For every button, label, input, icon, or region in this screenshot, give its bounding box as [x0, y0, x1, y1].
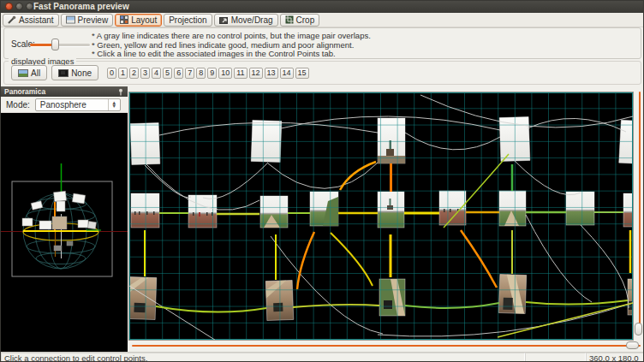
statusbar-spacer — [525, 353, 586, 362]
mode-value: Panosphere — [40, 100, 86, 110]
image-toggle-button-4[interactable]: 4 — [152, 68, 161, 79]
statusbar-message: Click a connection to edit control point… — [1, 353, 525, 362]
statusbar-pano-size: 360.0 x 180.0 — [586, 353, 644, 362]
overview-panel-header[interactable]: Panoramica — [1, 86, 128, 97]
mode-label: Mode: — [6, 100, 30, 110]
none-button[interactable]: None — [51, 65, 98, 80]
image-toggle-button-0[interactable]: 0 — [107, 68, 116, 79]
assistant-icon — [8, 15, 16, 24]
window-title: Fast Panorama preview — [33, 2, 129, 11]
hint-line: * A gray line indicates there are no con… — [92, 32, 371, 41]
pitch-slider[interactable] — [633, 86, 644, 340]
tab-projection[interactable]: Projection — [164, 14, 212, 27]
scale-slider-thumb[interactable] — [51, 39, 59, 50]
image-toggle-button-12[interactable]: 12 — [249, 68, 263, 79]
tab-label: Crop — [296, 15, 315, 25]
statusbar-pano-size-text: 360.0 x 180.0 — [589, 353, 639, 362]
pin-icon[interactable] — [117, 88, 124, 96]
hint-text: * A gray line indicates there are no con… — [92, 32, 371, 59]
image-toggle-button-9[interactable]: 9 — [207, 68, 217, 79]
mode-toolbar: Assistant Preview Layout Projection Move… — [1, 13, 643, 27]
none-button-label: None — [71, 68, 92, 78]
image-toggle-button-8[interactable]: 8 — [196, 68, 206, 79]
displayed-images-group: displayed images All None 01234567891011… — [3, 61, 641, 85]
window-close-button[interactable] — [5, 3, 13, 10]
fast-panorama-preview-window: Fast Panorama preview Assistant Preview … — [0, 0, 644, 362]
crop-icon — [285, 15, 294, 24]
pitch-slider-track — [639, 92, 641, 335]
tab-label: Layout — [131, 15, 157, 25]
image-toggle-button-2[interactable]: 2 — [129, 68, 139, 79]
combo-spinner-icon[interactable]: ▲▼ — [108, 99, 120, 110]
scale-help-box: Scale: * A gray line indicates there are… — [3, 27, 641, 59]
no-images-icon — [58, 69, 69, 77]
tab-preview[interactable]: Preview — [61, 14, 114, 27]
statusbar: Click a connection to edit control point… — [1, 352, 644, 362]
yaw-slider-thumb[interactable] — [626, 341, 639, 349]
overview-panel: Panoramica Mode: Panosphere ▲▼ — [1, 86, 128, 352]
tab-label: Projection — [169, 15, 206, 25]
image-toggle-button-7[interactable]: 7 — [185, 68, 194, 79]
displayed-images-row: All None 0123456789101112131415 — [11, 65, 309, 80]
tab-label: Move/Drag — [231, 15, 273, 25]
mode-select[interactable]: Panosphere ▲▼ — [35, 98, 121, 111]
pitch-slider-thumb[interactable] — [635, 323, 642, 335]
preview-icon — [66, 15, 75, 24]
image-toggle-button-10[interactable]: 10 — [218, 68, 232, 79]
scale-slider[interactable] — [30, 44, 90, 46]
tab-label: Assistant — [19, 15, 54, 25]
layout-drawing — [129, 92, 633, 340]
all-button-label: All — [31, 68, 40, 78]
window-minimize-button[interactable] — [15, 3, 23, 10]
overview-panel-title: Panoramica — [4, 87, 45, 96]
titlebar: Fast Panorama preview — [1, 1, 643, 13]
image-toggle-buttons: 0123456789101112131415 — [107, 68, 309, 79]
all-button[interactable]: All — [11, 65, 47, 80]
tab-label: Preview — [78, 15, 109, 25]
image-toggle-button-11[interactable]: 11 — [234, 68, 247, 79]
panorama-grid — [129, 92, 633, 340]
image-toggle-button-5[interactable]: 5 — [163, 68, 172, 79]
image-toggle-button-6[interactable]: 6 — [174, 68, 183, 79]
mode-row: Mode: Panosphere ▲▼ — [1, 97, 128, 113]
image-toggle-button-1[interactable]: 1 — [118, 68, 128, 79]
yaw-slider[interactable] — [128, 340, 644, 352]
statusbar-message-text: Click a connection to edit control point… — [4, 353, 147, 362]
panosphere-view[interactable] — [1, 113, 128, 352]
tab-crop[interactable]: Crop — [280, 14, 320, 27]
all-images-icon — [18, 69, 28, 77]
tab-move-drag[interactable]: Move/Drag — [214, 14, 278, 27]
layout-icon — [120, 15, 128, 24]
panosphere-drawing — [1, 113, 128, 352]
image-toggle-button-15[interactable]: 15 — [295, 68, 309, 79]
image-toggle-button-3[interactable]: 3 — [140, 68, 150, 79]
tab-assistant[interactable]: Assistant — [3, 14, 59, 27]
layout-canvas[interactable] — [128, 92, 634, 341]
image-toggle-button-13[interactable]: 13 — [265, 68, 278, 79]
window-maximize-button[interactable] — [26, 3, 33, 10]
hint-line: * Click a line to edit the associated im… — [92, 50, 371, 59]
image-toggle-button-14[interactable]: 14 — [280, 68, 294, 79]
yaw-slider-track — [132, 345, 641, 347]
move-drag-icon — [219, 15, 229, 24]
tab-layout[interactable]: Layout — [115, 14, 162, 27]
